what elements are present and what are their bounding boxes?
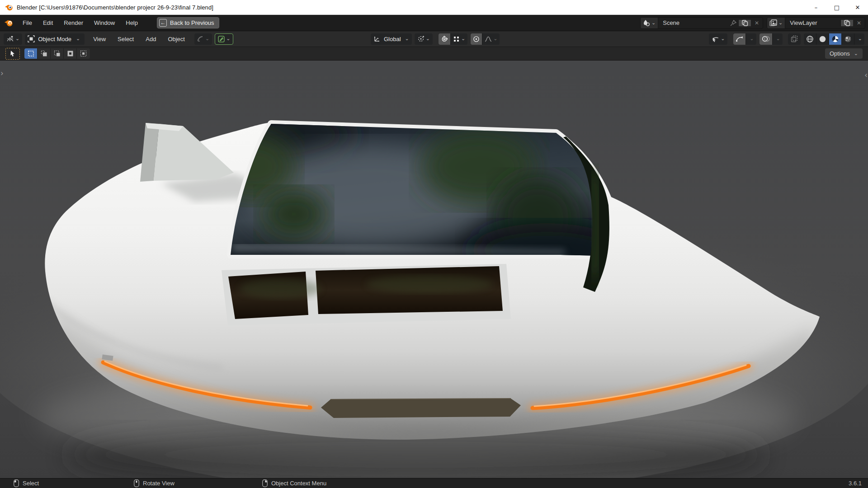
select-extend-icon <box>41 50 47 57</box>
menu-help[interactable]: Help <box>120 18 143 28</box>
orientation-axes-icon <box>373 35 381 42</box>
select-invert-icon <box>67 50 74 57</box>
toolbar-expand-arrow[interactable]: › <box>0 70 4 77</box>
transform-orientation-dropdown[interactable]: Global ⌄ <box>371 33 412 45</box>
xray-squares-icon <box>791 35 798 42</box>
pushpin-icon[interactable] <box>730 20 736 26</box>
viewlayer-browse-button[interactable]: ⌄ <box>767 18 785 28</box>
select-mode-subtract[interactable] <box>51 48 64 59</box>
chevron-down-icon: ⌄ <box>205 37 209 41</box>
viewport-3d[interactable]: › ‹ <box>0 61 868 478</box>
select-mode-group <box>24 48 90 59</box>
middle-mouse-button-icon <box>134 479 139 487</box>
chevron-down-icon: ⌄ <box>493 37 497 41</box>
overlays-dropdown[interactable]: ⌄ <box>773 33 783 45</box>
select-mode-set[interactable] <box>24 48 38 59</box>
falloff-bell-curve-icon <box>485 36 492 42</box>
menu-render[interactable]: Render <box>58 18 89 28</box>
chevron-down-icon: ⌄ <box>721 37 725 41</box>
back-to-previous-button[interactable]: ← Back to Previous <box>157 17 219 28</box>
scene-browse-button[interactable]: ⌄ <box>641 18 658 28</box>
material-preview-sphere-icon <box>831 35 839 43</box>
select-set-icon <box>28 50 34 57</box>
blender-version: 3.6.1 <box>849 480 862 487</box>
display-options-cluster: ⌄ ⌄ <box>709 33 864 45</box>
active-tool-select-box[interactable] <box>5 48 20 60</box>
select-intersect-icon <box>80 50 87 57</box>
select-mode-extend[interactable] <box>38 48 51 59</box>
falloff-curve-dropdown[interactable]: ⌄ <box>194 33 212 45</box>
annotate-pen-icon <box>218 36 225 42</box>
rendered-sphere-icon <box>844 35 852 43</box>
chevron-down-icon: ⌄ <box>778 21 783 25</box>
shading-dropdown[interactable]: ⌄ <box>854 33 864 45</box>
blender-logo-icon <box>5 4 13 11</box>
os-title-bar: Blender [C:\Users\91876\Documents\blende… <box>0 0 868 15</box>
gizmo-dropdown[interactable]: ⌄ <box>746 33 756 45</box>
sidebar-expand-arrow[interactable]: ‹ <box>864 71 868 79</box>
menu-select[interactable]: Select <box>112 34 140 44</box>
editor-type-dropdown[interactable]: ⌄ <box>4 33 22 45</box>
gizmo-arc-arrow-icon <box>736 35 743 42</box>
show-overlays-toggle[interactable] <box>760 33 772 45</box>
shading-wireframe-button[interactable] <box>804 33 816 45</box>
proportional-circle-icon <box>473 36 480 42</box>
menu-file[interactable]: File <box>17 18 38 28</box>
pivot-point-dropdown[interactable]: ⌄ <box>415 33 433 45</box>
snap-toggle[interactable] <box>439 33 450 45</box>
magnet-icon <box>441 35 448 42</box>
object-visibility-dropdown[interactable]: ⌄ <box>709 33 727 45</box>
select-subtract-icon <box>54 50 61 57</box>
window-controls: – □ ✕ <box>806 0 868 15</box>
falloff-arc-icon <box>197 36 204 42</box>
snap-with-dropdown[interactable]: ⌄ <box>451 33 467 45</box>
annotate-tool-dropdown[interactable]: ⌄ <box>215 33 233 45</box>
transform-snap-cluster: Global ⌄ ⌄ <box>371 31 500 47</box>
show-gizmo-toggle[interactable] <box>733 33 745 45</box>
viewport-editor-icon <box>6 35 14 42</box>
viewport-header: ⌄ Object Mode ⌄ View Select Add Object ⌄ <box>0 31 868 47</box>
chevron-down-icon: ⌄ <box>405 37 409 41</box>
scene-name[interactable]: Scene <box>658 19 684 26</box>
proportional-editing-toggle[interactable] <box>471 33 482 45</box>
minimize-button[interactable]: – <box>806 0 826 15</box>
hull-access-panel <box>321 399 521 418</box>
gizmo-group: ⌄ <box>733 33 756 45</box>
menu-object[interactable]: Object <box>162 34 191 44</box>
right-mouse-button-icon <box>262 479 268 487</box>
status-select-hint: Select <box>14 479 39 487</box>
blender-window: Blender [C:\Users\91876\Documents\blende… <box>0 0 868 488</box>
scene-selector: ⌄ Scene ✕ <box>640 17 763 29</box>
chevron-down-icon: ⌄ <box>651 21 656 25</box>
tool-settings-row: Options ⌄ <box>0 47 868 61</box>
snapping-group: ⌄ <box>439 33 467 45</box>
chevron-down-icon: ⌄ <box>426 37 430 41</box>
shading-solid-button[interactable] <box>816 33 829 45</box>
pivot-point-icon <box>417 35 425 42</box>
menu-window[interactable]: Window <box>89 18 120 28</box>
shading-material-preview-button[interactable] <box>829 33 841 45</box>
mode-dropdown[interactable]: Object Mode ⌄ <box>25 33 85 45</box>
close-button[interactable]: ✕ <box>847 0 868 15</box>
select-mode-invert[interactable] <box>64 48 77 59</box>
menu-view[interactable]: View <box>87 34 112 44</box>
left-mouse-button-icon <box>14 479 19 487</box>
xray-toggle[interactable] <box>788 33 801 45</box>
viewlayer-duplicate-button[interactable] <box>840 20 853 26</box>
proportional-falloff-dropdown[interactable]: ⌄ <box>482 33 500 45</box>
chevron-down-icon: ⌄ <box>854 52 858 56</box>
viewlayer-remove-button[interactable]: ✕ <box>853 20 865 26</box>
select-mode-intersect[interactable] <box>77 48 90 59</box>
duplicate-icon <box>742 20 748 26</box>
menu-edit[interactable]: Edit <box>38 18 58 28</box>
shading-rendered-button[interactable] <box>842 33 854 45</box>
viewlayer-name[interactable]: ViewLayer <box>785 19 821 26</box>
options-dropdown[interactable]: Options ⌄ <box>825 48 863 59</box>
scene-icon <box>643 19 650 27</box>
menu-add[interactable]: Add <box>140 34 162 44</box>
blender-logo-icon-small[interactable] <box>4 19 14 27</box>
scene-unlink-button[interactable]: ✕ <box>751 20 763 26</box>
maximize-button[interactable]: □ <box>826 0 847 15</box>
increment-grid-icon <box>453 36 460 42</box>
scene-duplicate-button[interactable] <box>738 20 751 26</box>
